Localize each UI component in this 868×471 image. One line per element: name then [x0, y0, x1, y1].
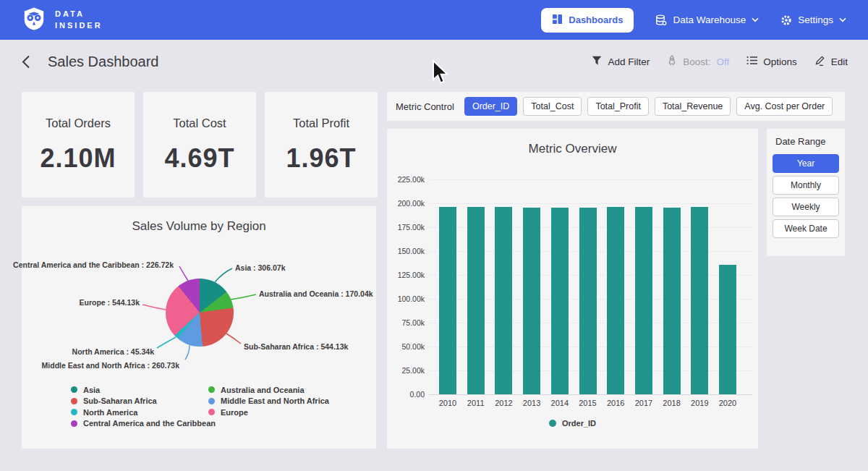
date-range-year-button[interactable]: Year — [773, 154, 839, 173]
y-axis-tick: 200.00k — [387, 199, 425, 208]
legend-dot — [71, 386, 77, 393]
bar-2018[interactable] — [663, 208, 681, 394]
x-axis-tick: 2017 — [628, 399, 660, 407]
date-range-label: Date Range — [775, 136, 839, 147]
rocket-icon — [667, 55, 677, 68]
kpi-value: 2.10M — [40, 143, 116, 174]
y-axis-tick: 75.00k — [387, 318, 425, 327]
pie-label-asia: Asia : 306.07k — [235, 263, 285, 272]
legend-item: Central America and the Caribbean — [71, 420, 216, 428]
top-nav: DATA INSIDER Dashboards — [0, 0, 868, 40]
y-axis-tick: 50.00k — [387, 342, 425, 351]
add-filter-button[interactable]: Add Filter — [592, 56, 650, 68]
y-axis-tick: 175.00k — [387, 223, 425, 232]
kpi-label: Total Orders — [46, 116, 111, 130]
y-axis-tick: 225.00k — [387, 175, 425, 184]
y-axis-tick: 150.00k — [387, 247, 425, 255]
metric-control-label: Metric Control — [396, 101, 454, 112]
brand-name: DATA INSIDER — [55, 9, 103, 32]
filter-funnel-icon — [592, 56, 602, 68]
pie-label-central-america-caribbean: Central America and the Caribbean : 226.… — [13, 260, 174, 269]
back-button[interactable] — [20, 54, 32, 70]
bar-2014[interactable] — [551, 208, 569, 394]
pie-legend-column-1: Asia Sub-Saharan Africa North America Ce… — [71, 386, 216, 428]
legend-dot — [208, 409, 215, 415]
date-range-monthly-button[interactable]: Monthly — [773, 176, 839, 195]
boost-toggle[interactable]: Boost: Off — [667, 55, 729, 68]
x-axis-tick: 2010 — [432, 399, 464, 407]
bar-2019[interactable] — [691, 207, 708, 394]
bar-2017[interactable] — [635, 207, 652, 394]
legend-item: Australia and Oceania — [208, 386, 329, 394]
kpi-label: Total Profit — [293, 116, 349, 130]
bar-2013[interactable] — [523, 208, 540, 394]
nav-menu: Dashboards Data Warehouse — [541, 8, 846, 33]
x-axis-tick: 2020 — [712, 399, 744, 407]
legend-item: Sub-Saharan Africa — [71, 397, 216, 406]
nav-settings[interactable]: Settings — [780, 14, 846, 26]
gridline — [429, 394, 752, 395]
date-range-week-date-button[interactable]: Week Date — [773, 219, 839, 238]
y-axis-tick: 25.00k — [387, 366, 425, 375]
y-axis-tick: 0.00 — [387, 390, 425, 399]
kpi-label: Total Cost — [173, 116, 226, 130]
x-axis-tick: 2014 — [544, 399, 576, 407]
date-range-panel: Date Range Year Monthly Weekly Week Date — [767, 129, 845, 256]
database-icon — [655, 14, 667, 26]
gridline — [429, 179, 752, 180]
metric-chip-total-cost[interactable]: Total_Cost — [523, 97, 582, 116]
metric-chip-total-revenue[interactable]: Total_Revenue — [655, 97, 731, 116]
bar-2016[interactable] — [607, 207, 624, 394]
dashboard-grid-icon — [552, 14, 563, 27]
metric-chip-total-profit[interactable]: Total_Profit — [587, 97, 649, 116]
bar-2011[interactable] — [467, 207, 485, 394]
metric-chip-order-id[interactable]: Order_ID — [464, 97, 517, 116]
bar-2010[interactable] — [439, 207, 456, 394]
metric-chip-avg-cost-per-order[interactable]: Avg. Cost per Order — [736, 97, 833, 116]
edit-button[interactable]: Edit — [814, 55, 848, 68]
pencil-icon — [814, 55, 825, 68]
pie-label-australia-oceania: Australia and Oceania : 170.04k — [259, 289, 373, 298]
kpi-card-total-orders: Total Orders 2.10M — [22, 92, 135, 198]
bar-2020[interactable] — [719, 265, 736, 394]
x-axis-tick: 2018 — [656, 399, 688, 407]
pie-chart[interactable] — [166, 279, 234, 347]
options-list-icon — [746, 56, 757, 67]
x-axis-tick: 2011 — [460, 399, 492, 407]
legend-item: Asia — [71, 386, 216, 394]
x-axis-tick: 2015 — [572, 399, 604, 407]
nav-dashboards-button[interactable]: Dashboards — [541, 8, 634, 33]
pie-label-europe: Europe : 544.13k — [80, 298, 140, 307]
kpi-value: 4.69T — [164, 143, 234, 174]
pie-label-sub-saharan-africa: Sub-Saharan Africa : 544.13k — [244, 342, 348, 351]
sales-volume-by-region-card: Sales Volume by Region Asia : 306.07k Au… — [22, 206, 376, 449]
x-axis-tick: 2012 — [488, 399, 519, 407]
legend-dot — [71, 420, 77, 427]
page-header: Sales Dashboard Add Filter — [0, 40, 868, 83]
bar-2012[interactable] — [495, 207, 512, 394]
metric-control-bar: Metric Control Order_ID Total_Cost Total… — [387, 92, 845, 121]
owl-logo-icon — [22, 7, 46, 34]
legend-dot — [71, 398, 77, 404]
brand-logo[interactable]: DATA INSIDER — [22, 7, 103, 34]
date-range-weekly-button[interactable]: Weekly — [773, 198, 839, 216]
kpi-card-total-cost: Total Cost 4.69T — [143, 92, 256, 198]
legend-item: Middle East and North Africa — [208, 397, 329, 406]
pie-chart-title: Sales Volume by Region — [22, 219, 376, 234]
bar-legend: Order_ID — [387, 419, 758, 428]
chevron-down-icon — [839, 17, 846, 22]
y-axis-tick: 125.00k — [387, 271, 425, 279]
pie-legend-column-2: Australia and Oceania Middle East and No… — [208, 386, 329, 417]
legend-dot — [208, 386, 215, 393]
pie-label-north-america: North America : 45.34k — [72, 347, 154, 356]
bar-plot: 225.00k200.00k175.00k150.00k125.00k100.0… — [387, 129, 758, 449]
bar-2015[interactable] — [579, 208, 597, 394]
legend-dot — [208, 398, 215, 404]
legend-item: Europe — [208, 408, 329, 417]
x-axis-tick: 2016 — [600, 399, 631, 407]
boost-state: Off — [716, 56, 729, 67]
gear-icon — [780, 14, 792, 26]
options-button[interactable]: Options — [746, 56, 797, 67]
nav-data-warehouse[interactable]: Data Warehouse — [655, 14, 759, 26]
legend-dot — [71, 409, 77, 415]
